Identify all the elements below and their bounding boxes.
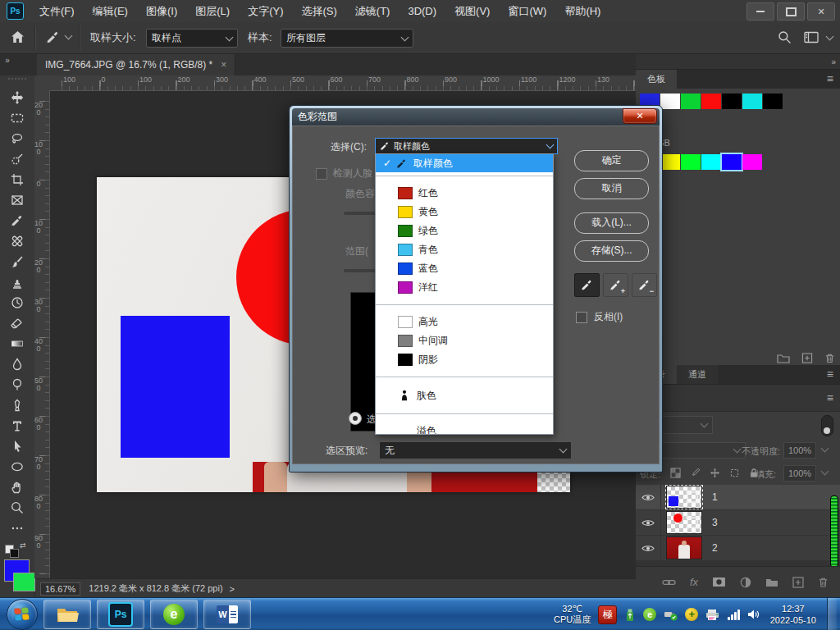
background-color-swatch[interactable] (13, 573, 35, 591)
layer-thumbnail[interactable] (666, 511, 702, 534)
color-swatch[interactable] (681, 154, 701, 170)
fill-chevron-icon[interactable] (821, 468, 829, 476)
layers-menu-icon[interactable]: ≡ (827, 391, 833, 404)
tab-swatches[interactable]: 色板 (636, 70, 677, 89)
menu-item[interactable]: 帮助(H) (555, 0, 609, 22)
sample-size-select[interactable]: 取样点 (146, 29, 238, 48)
start-button[interactable] (7, 599, 38, 630)
lasso-tool[interactable] (0, 128, 34, 148)
color-swatch[interactable] (701, 154, 721, 170)
browser-tray-icon[interactable]: e (643, 608, 656, 621)
toolbar-collapse-icon[interactable]: » (0, 54, 15, 67)
adjustment-layer-icon[interactable] (740, 577, 751, 588)
clone-stamp-tool[interactable] (0, 272, 34, 292)
layer-thumbnail[interactable] (666, 486, 702, 509)
layer-thumbnail[interactable] (666, 536, 702, 559)
link-layers-icon[interactable] (662, 578, 676, 587)
menu-item[interactable]: 图层(L) (186, 0, 239, 22)
delete-swatch-icon[interactable] (824, 353, 835, 363)
opacity-value[interactable]: 100% (783, 442, 816, 459)
tab-close-icon[interactable]: × (221, 54, 226, 75)
color-swatch[interactable] (742, 94, 762, 109)
menu-item[interactable]: 窗口(W) (499, 0, 555, 22)
more-tools-icon[interactable] (0, 518, 34, 538)
dialog-close-button[interactable]: ✕ (623, 108, 657, 124)
dropdown-color-item[interactable]: 红色 (376, 184, 553, 203)
status-chevron-icon[interactable]: > (230, 584, 235, 594)
lock-pixels-icon[interactable] (690, 468, 701, 478)
eyedropper-sample-button[interactable] (574, 273, 600, 297)
color-swatch[interactable] (722, 154, 742, 170)
ok-button[interactable]: 确定 (574, 150, 649, 171)
lock-position-icon[interactable] (710, 468, 720, 478)
update-tray-icon[interactable]: + (685, 608, 698, 621)
detect-faces-checkbox[interactable]: 检测人脸 (316, 167, 372, 180)
history-brush-tool[interactable] (0, 292, 34, 313)
new-group-icon[interactable] (777, 353, 790, 363)
dropdown-color-item[interactable]: 黄色 (376, 203, 553, 221)
dropdown-tone-item[interactable]: 高光 (376, 313, 553, 331)
healing-brush-tool[interactable] (0, 231, 34, 251)
menu-item[interactable]: 3D(D) (399, 0, 445, 22)
seal-tray-icon[interactable]: 極 (598, 605, 617, 624)
dropdown-item-skin-tones[interactable]: 肤色 (376, 385, 553, 406)
layer-style-icon[interactable]: fx (690, 576, 698, 588)
taskbar-explorer-button[interactable] (43, 600, 91, 629)
cancel-button[interactable]: 取消 (574, 178, 649, 199)
opacity-chevron-icon[interactable] (821, 445, 829, 453)
color-swatch[interactable] (701, 94, 721, 109)
dropdown-tone-item[interactable]: 中间调 (376, 331, 553, 350)
dropdown-tone-item[interactable]: 阴影 (376, 350, 553, 369)
layer-name[interactable]: 1 (712, 491, 718, 503)
eyedropper-add-button[interactable]: + (603, 273, 628, 297)
minimize-button[interactable] (746, 2, 774, 21)
selection-preview-select[interactable]: 无 (379, 441, 572, 459)
layer-visibility-icon[interactable] (636, 485, 661, 509)
layer-name[interactable]: 2 (712, 542, 718, 554)
lock-artboard-icon[interactable] (729, 468, 740, 478)
close-button[interactable]: ✕ (807, 2, 835, 21)
layer-mask-icon[interactable] (712, 577, 726, 587)
document-tab[interactable]: IMG_7664.JPG @ 16.7% (1, RGB/8) * × (37, 54, 235, 75)
layer-row-3[interactable]: 3 (636, 510, 840, 536)
zoom-tool[interactable] (0, 497, 34, 518)
zoom-level-field[interactable]: 16.67% (40, 582, 80, 596)
volume-icon[interactable] (747, 609, 760, 620)
hand-tool[interactable] (0, 477, 34, 497)
new-group-icon[interactable] (765, 577, 778, 587)
search-icon[interactable] (778, 30, 792, 48)
maximize-button[interactable] (777, 2, 805, 21)
dropdown-color-item[interactable]: 洋红 (376, 278, 553, 297)
usb-tray-icon[interactable] (624, 608, 636, 622)
eyedropper-tool[interactable] (0, 210, 34, 231)
eyedropper-subtract-button[interactable]: − (632, 273, 657, 297)
menu-item[interactable]: 文字(Y) (239, 0, 292, 22)
type-tool[interactable] (0, 415, 34, 436)
taskbar-browser-button[interactable]: e (150, 600, 198, 629)
taskbar-word-button[interactable]: W (203, 600, 251, 629)
dropdown-color-item[interactable]: 绿色 (376, 221, 553, 240)
color-swatch[interactable] (763, 94, 783, 109)
taskbar-clock[interactable]: 12:372022-05-10 (770, 603, 816, 626)
color-swatch[interactable] (681, 94, 701, 109)
path-selection-tool[interactable] (0, 436, 34, 456)
show-desktop-button[interactable] (827, 598, 837, 630)
quick-selection-tool[interactable] (0, 148, 34, 169)
layer-name[interactable]: 3 (712, 517, 718, 528)
menu-item[interactable]: 文件(F) (30, 0, 84, 22)
tool-preset-chevron-icon[interactable] (65, 32, 73, 40)
workspace-chevron-icon[interactable] (826, 33, 834, 41)
color-swatch[interactable] (660, 94, 680, 109)
color-swatch[interactable] (742, 154, 762, 170)
tab-channels[interactable]: 通道 (677, 365, 718, 384)
layer-row-2[interactable]: 2 (636, 536, 840, 561)
crop-tool[interactable] (0, 169, 34, 189)
menu-item[interactable]: 图像(I) (137, 0, 186, 22)
default-colors-icon[interactable]: ⇄ (5, 541, 30, 556)
printer-tray-icon[interactable] (705, 609, 720, 621)
menu-item[interactable]: 选择(S) (292, 0, 345, 22)
dock-collapse-icon[interactable]: » (816, 56, 836, 69)
workspace-icon[interactable] (804, 31, 819, 47)
color-swatch[interactable] (660, 154, 680, 170)
eyedropper-tool-icon[interactable] (46, 30, 60, 48)
